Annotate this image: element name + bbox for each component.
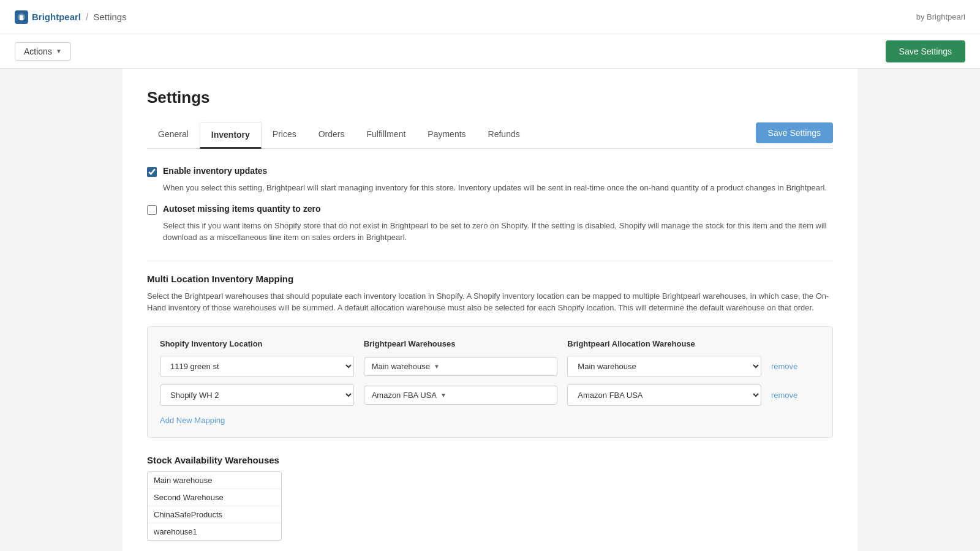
tab-prices[interactable]: Prices (262, 122, 307, 149)
bp-allocation-select-1[interactable]: Main warehouse Second Warehouse ChinaSaf… (567, 356, 761, 377)
tab-refunds[interactable]: Refunds (477, 122, 531, 149)
bp-warehouse-tag-2[interactable]: Amazon FBA USA ▼ (364, 386, 558, 405)
mapping-table: Shopify Inventory Location Brightpearl W… (147, 326, 833, 438)
save-settings-button-toolbar[interactable]: Save Settings (886, 40, 965, 62)
app-logo: Brightpearl (15, 10, 81, 24)
col-bp-allocation: Brightpearl Allocation Warehouse (567, 339, 761, 348)
tab-inventory[interactable]: Inventory (200, 122, 262, 149)
remove-mapping-1[interactable]: remove (771, 362, 820, 371)
top-nav: Brightpearl / Settings by Brightpearl (0, 0, 980, 34)
mapping-column-headers: Shopify Inventory Location Brightpearl W… (160, 339, 820, 348)
by-label: by Brightpearl (916, 12, 965, 21)
stock-list-item[interactable]: Main warehouse (148, 472, 281, 489)
shopify-location-select-2[interactable]: 1119 green st Shopify WH 2 Other locatio… (160, 384, 354, 406)
breadcrumb-separator: / (86, 12, 88, 23)
main-content: Settings General Inventory Prices Orders… (123, 69, 858, 551)
remove-mapping-2[interactable]: remove (771, 391, 820, 400)
breadcrumb: Brightpearl / Settings (15, 10, 127, 24)
enable-inventory-checkbox[interactable] (147, 167, 157, 177)
stock-availability-heading: Stock Availability Warehouses (147, 455, 833, 465)
logo-icon (15, 10, 28, 24)
caret-icon-2: ▼ (440, 392, 447, 399)
multi-location-heading: Multi Location Inventory Mapping (147, 274, 833, 284)
shopify-location-select-1[interactable]: 1119 green st Shopify WH 2 Other locatio… (160, 356, 354, 377)
tab-payments[interactable]: Payments (417, 122, 477, 149)
tabs-header: General Inventory Prices Orders Fulfillm… (147, 122, 833, 149)
bp-allocation-select-2[interactable]: Main warehouse Second Warehouse ChinaSaf… (567, 384, 761, 406)
enable-inventory-desc: When you select this setting, Brightpear… (163, 182, 833, 194)
autoset-label[interactable]: Autoset missing items quantity to zero (163, 204, 320, 214)
col-bp-warehouses: Brightpearl Warehouses (364, 339, 558, 348)
col-shopify-location: Shopify Inventory Location (160, 339, 354, 348)
bp-warehouse-tag-label-2: Amazon FBA USA (372, 391, 437, 400)
enable-updates-row: Enable inventory updates (147, 166, 833, 177)
stock-list-item[interactable]: ChinaSafeProducts (148, 506, 281, 523)
stock-list-item[interactable]: Second Warehouse (148, 489, 281, 506)
toolbar: Actions ▼ Save Settings (0, 34, 980, 69)
multi-location-section: Multi Location Inventory Mapping Select … (147, 274, 833, 438)
stock-availability-listbox[interactable]: Main warehouse Second Warehouse ChinaSaf… (147, 471, 282, 541)
tab-general[interactable]: General (147, 122, 200, 149)
bp-warehouse-tag-1[interactable]: Main warehouse ▼ (364, 357, 558, 376)
caret-icon-1: ▼ (434, 363, 440, 370)
autoset-desc: Select this if you want items on Shopify… (163, 220, 833, 244)
multi-location-desc: Select the Brightpearl warehouses that s… (147, 290, 833, 314)
tab-orders[interactable]: Orders (307, 122, 356, 149)
add-new-mapping-link[interactable]: Add New Mapping (160, 416, 225, 425)
actions-button[interactable]: Actions ▼ (15, 42, 71, 61)
autoset-checkbox[interactable] (147, 205, 157, 215)
section-divider (147, 261, 833, 261)
stock-list-item[interactable]: warehouse1 (148, 523, 281, 540)
breadcrumb-current: Settings (93, 12, 126, 22)
actions-label: Actions (24, 47, 52, 56)
app-name: Brightpearl (32, 12, 81, 22)
stock-availability-section: Stock Availability Warehouses Main wareh… (147, 455, 833, 541)
chevron-down-icon: ▼ (56, 48, 62, 54)
page-title: Settings (147, 88, 833, 107)
tabs-list: General Inventory Prices Orders Fulfillm… (147, 122, 531, 148)
enable-inventory-label[interactable]: Enable inventory updates (163, 166, 267, 176)
enable-inventory-section: Enable inventory updates When you select… (147, 166, 833, 244)
autoset-row: Autoset missing items quantity to zero (147, 204, 833, 215)
save-settings-button-tab[interactable]: Save Settings (756, 122, 833, 143)
mapping-row: 1119 green st Shopify WH 2 Other locatio… (160, 356, 820, 377)
tab-fulfillment[interactable]: Fulfillment (356, 122, 417, 149)
bp-warehouse-tag-label-1: Main warehouse (372, 362, 430, 371)
mapping-row: 1119 green st Shopify WH 2 Other locatio… (160, 384, 820, 406)
